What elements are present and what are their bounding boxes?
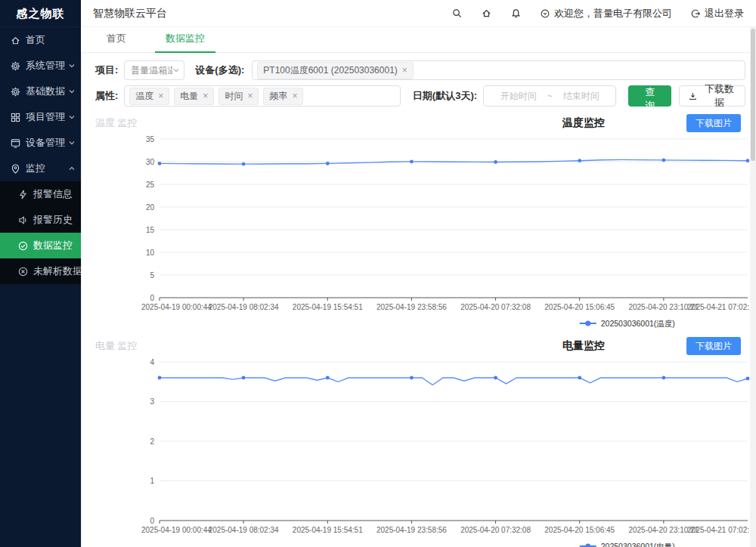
- sidebar-item-label: 监控: [26, 162, 45, 175]
- attribute-tag-label: 时间: [225, 90, 243, 103]
- sidebar-item-label: 报警信息: [33, 187, 73, 201]
- device-multiselect-input[interactable]: PT100温度6001 (202503036001)×: [252, 60, 745, 80]
- x-tick-label: 2025-04-19 00:00:44: [141, 303, 212, 311]
- data-point-marker[interactable]: [242, 376, 246, 380]
- download-icon: [688, 91, 698, 101]
- gear-icon: [10, 60, 21, 72]
- attribute-tag: 时间×: [218, 88, 259, 105]
- data-point-marker[interactable]: [242, 162, 246, 166]
- x-tick-label: 2025-04-19 23:58:56: [376, 303, 447, 311]
- data-point-marker[interactable]: [158, 162, 162, 165]
- sidebar-submenu-monitor: 报警信息报警历史数据监控未解析数据: [0, 181, 81, 284]
- chevron-up-icon: [68, 165, 76, 172]
- tab-data-monitor[interactable]: 数据监控: [163, 32, 208, 52]
- data-point-marker[interactable]: [326, 162, 330, 165]
- project-select-value: 普量温箱温度...: [131, 64, 172, 77]
- project-select[interactable]: 普量温箱温度...: [124, 60, 184, 80]
- data-point-marker[interactable]: [578, 159, 581, 162]
- date-range-input[interactable]: 开始时间 ~ 结束时间: [483, 85, 616, 107]
- tab-home[interactable]: 首页: [104, 32, 129, 52]
- x-tick-label: 2025-04-20 07:32:08: [460, 526, 531, 534]
- data-point-marker[interactable]: [494, 376, 497, 380]
- scrollbar-thumb[interactable]: [751, 29, 755, 161]
- y-tick-label: 5: [150, 271, 154, 280]
- sidebar-item-home[interactable]: 首页: [0, 27, 81, 53]
- download-image-button[interactable]: 下载图片: [686, 337, 741, 355]
- x-tick-label: 2025-04-20 15:06:45: [544, 526, 615, 534]
- sidebar-item-base-data[interactable]: 基础数据: [0, 79, 81, 104]
- chart-panel: 温度 监控 温度监控 下载图片 051015202530352025-04-19…: [82, 113, 756, 329]
- logout-icon: [690, 8, 701, 19]
- data-point-marker[interactable]: [746, 377, 750, 381]
- sidebar-item-project-mgmt[interactable]: 项目管理: [0, 104, 81, 130]
- user-circle-icon: [540, 8, 550, 19]
- attribute-multiselect-input[interactable]: 温度×电量×时间×频率×: [124, 85, 401, 107]
- sidebar-item-alarm-history[interactable]: 报警历史: [0, 207, 81, 233]
- search-icon[interactable]: [451, 8, 463, 19]
- main-area: 智慧物联云平台 欢迎您，普量电子有限公司: [81, 0, 756, 547]
- data-point-marker[interactable]: [746, 159, 750, 162]
- chevron-down-icon: [172, 66, 180, 74]
- user-menu[interactable]: 欢迎您，普量电子有限公司: [540, 7, 672, 20]
- chart-title: 温度监控: [562, 116, 605, 130]
- sidebar-item-monitor[interactable]: 监控: [0, 156, 81, 181]
- logout-button[interactable]: 退出登录: [690, 7, 744, 20]
- attribute-tag-label: 频率: [269, 90, 287, 103]
- chevron-down-icon: [68, 62, 76, 70]
- legend-label: 202503036001(电量): [601, 542, 675, 547]
- chart-title: 电量监控: [562, 339, 605, 353]
- chart-legend[interactable]: 202503036001(电量): [580, 542, 675, 547]
- sidebar-item-alarm-info[interactable]: 报警信息: [0, 181, 81, 207]
- data-point-marker[interactable]: [410, 376, 414, 380]
- app-logo: 感之物联: [0, 0, 81, 27]
- chart-legend[interactable]: 202503036001(温度): [580, 319, 675, 328]
- bell-icon[interactable]: [510, 8, 522, 19]
- tag-remove-icon[interactable]: ×: [292, 91, 297, 100]
- project-label: 项目:: [95, 63, 118, 77]
- attribute-tag-label: 温度: [135, 90, 153, 103]
- cross-circle-icon: [17, 266, 29, 277]
- data-point-marker[interactable]: [326, 376, 330, 380]
- y-tick-label: 3: [150, 397, 154, 406]
- tab-bar: 首页数据监控: [81, 27, 756, 53]
- home-icon[interactable]: [481, 8, 492, 19]
- download-image-button[interactable]: 下载图片: [686, 114, 741, 132]
- line-chart-canvas: 012342025-04-19 00:00:442025-04-19 08:02…: [140, 357, 751, 547]
- download-data-button[interactable]: 下载数据: [679, 85, 745, 107]
- monitor-icon: [10, 138, 21, 149]
- tag-remove-icon[interactable]: ×: [158, 91, 163, 100]
- data-point-marker[interactable]: [662, 159, 666, 162]
- attribute-tag: 频率×: [263, 88, 303, 105]
- filter-row-2: 属性: 温度×电量×时间×频率× 日期(默认3天): 开始时间 ~ 结束时间 查…: [95, 85, 745, 107]
- x-tick-label: 2025-04-21 07:02:: [687, 526, 749, 534]
- tag-remove-icon[interactable]: ×: [203, 91, 208, 100]
- tag-remove-icon[interactable]: ×: [402, 66, 407, 75]
- x-tick-label: 2025-04-19 08:02:34: [209, 526, 279, 534]
- data-point-marker[interactable]: [410, 160, 414, 164]
- x-tick-label: 2025-04-19 15:54:51: [293, 526, 363, 534]
- sidebar-item-label: 系统管理: [26, 59, 65, 73]
- date-start-placeholder: 开始时间: [500, 90, 537, 103]
- date-label: 日期(默认3天):: [413, 89, 477, 103]
- filter-row-1: 项目: 普量温箱温度... 设备(多选): PT100温度6001 (20250…: [95, 60, 745, 80]
- query-button[interactable]: 查 询: [628, 85, 671, 107]
- sidebar-item-data-monitor[interactable]: 数据监控: [0, 233, 81, 258]
- data-point-marker[interactable]: [662, 376, 666, 380]
- date-end-placeholder: 结束时间: [563, 90, 600, 103]
- tag-remove-icon[interactable]: ×: [247, 91, 253, 100]
- sidebar-item-device-mgmt[interactable]: 设备管理: [0, 130, 81, 156]
- sidebar-item-unparsed-data[interactable]: 未解析数据: [0, 258, 81, 284]
- bolt-icon: [17, 189, 29, 200]
- y-tick-label: 35: [146, 135, 155, 144]
- vertical-scrollbar[interactable]: [750, 27, 756, 547]
- chevron-down-icon: [68, 139, 76, 147]
- sidebar-item-system-mgmt[interactable]: 系统管理: [0, 53, 81, 79]
- date-separator: ~: [547, 91, 553, 101]
- y-tick-label: 15: [146, 226, 155, 234]
- top-header: 智慧物联云平台 欢迎您，普量电子有限公司: [81, 0, 756, 27]
- device-tag-label: PT100温度6001 (202503036001): [263, 64, 397, 77]
- data-point-marker[interactable]: [158, 376, 162, 380]
- device-tag: PT100温度6001 (202503036001)×: [257, 62, 413, 79]
- data-point-marker[interactable]: [494, 160, 497, 164]
- data-point-marker[interactable]: [578, 376, 581, 380]
